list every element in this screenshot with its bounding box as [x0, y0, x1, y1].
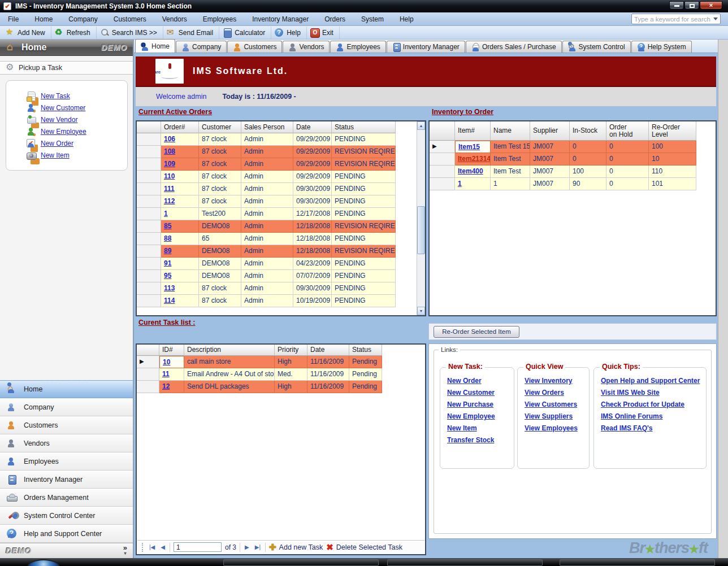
order-row[interactable]: ▶ 91 DEMO08 Admin 04/23/2009 PENDING	[137, 258, 396, 270]
orders-scrollbar[interactable]: ▲ ▼	[417, 121, 425, 315]
previous-page-button[interactable]	[159, 544, 166, 550]
menu-item[interactable]: Help	[392, 13, 422, 25]
order-number-link[interactable]: 113	[164, 284, 175, 292]
inventory-section-heading[interactable]: Inventory to Order	[432, 108, 493, 116]
sidebar-nav-item[interactable]: Company	[0, 398, 133, 416]
next-page-button[interactable]	[244, 544, 250, 550]
quick-link[interactable]: New Order	[447, 377, 514, 389]
task-id-link[interactable]: 11	[162, 370, 170, 378]
sidebar-nav-item[interactable]: System Control Center	[0, 507, 133, 525]
chevron-down-icon[interactable]	[713, 18, 718, 20]
item-number-link[interactable]: Item213141	[458, 155, 491, 163]
item-number-link[interactable]: 1	[458, 180, 462, 188]
inventory-row[interactable]: ▶ Item400 Item Test JM007 100 0 110	[430, 166, 696, 178]
order-number-link[interactable]: 1	[164, 210, 168, 217]
minimize-button[interactable]	[669, 1, 684, 10]
taskbar-button[interactable]	[387, 559, 543, 566]
order-number-link[interactable]: 89	[164, 247, 171, 255]
menu-item[interactable]: Inventory Manager	[244, 13, 317, 25]
pickup-task-link[interactable]: New Vendor	[41, 116, 77, 124]
pickup-task-link[interactable]: New Employee	[41, 128, 86, 136]
col-header[interactable]: ID#	[159, 345, 184, 356]
keyword-search-combobox[interactable]: Type a keyword for search	[631, 14, 721, 24]
order-row[interactable]: ▶ 85 DEMO08 Admin 12/18/2008 REVISION RE…	[137, 220, 396, 233]
scroll-up-icon[interactable]: ▲	[417, 121, 425, 130]
tab[interactable]: Vendors	[283, 41, 330, 53]
quick-link[interactable]: View Suppliers	[525, 412, 589, 424]
last-page-button[interactable]	[254, 544, 262, 550]
toolbar-button[interactable]: Search IMS >>	[97, 27, 163, 39]
toolbar-button[interactable]: Refresh	[51, 27, 97, 39]
task-row[interactable]: ▶ 12 Send DHL packages High 11/16/2009 P…	[137, 381, 382, 393]
menu-item[interactable]: Customers	[106, 13, 154, 25]
col-header[interactable]: Supplier	[530, 121, 570, 141]
quick-link[interactable]: Check Product for Update	[601, 400, 706, 412]
order-row[interactable]: ▶ 89 DEMO08 Admin 12/18/2008 REVISION RE…	[137, 245, 396, 258]
col-header[interactable]: Customer	[199, 121, 241, 133]
quick-link[interactable]: Transfer Stock	[447, 436, 514, 448]
tab[interactable]: Employees	[330, 41, 385, 53]
task-id-link[interactable]: 12	[162, 382, 170, 390]
maximize-button[interactable]	[684, 1, 699, 10]
order-number-link[interactable]: 106	[164, 135, 175, 143]
order-row[interactable]: ▶ 113 87 clock Admin 09/30/2009 PENDING	[137, 282, 396, 295]
sidebar-nav-item[interactable]: Help and Support Center	[0, 525, 133, 543]
order-row[interactable]: ▶ 108 87 clock Admin 09/29/2009 REVISION…	[137, 146, 396, 158]
order-number-link[interactable]: 95	[164, 272, 171, 280]
order-number-link[interactable]: 85	[164, 222, 171, 230]
reorder-selected-item-button[interactable]: Re-Order Selected Item	[434, 326, 519, 338]
menu-item[interactable]: System	[353, 13, 392, 25]
order-number-link[interactable]: 91	[164, 259, 171, 267]
pickup-task-link[interactable]: New Item	[41, 151, 70, 159]
order-row[interactable]: ▶ 1 Test200 Admin 12/17/2008 PENDING	[137, 208, 396, 220]
order-row[interactable]: ▶ 88 65 Admin 12/18/2008 PENDING	[137, 233, 396, 245]
tab[interactable]: Home	[135, 39, 175, 53]
tab[interactable]: Inventory Manager	[387, 41, 465, 53]
quick-link[interactable]: View Inventory	[525, 377, 589, 389]
quick-link[interactable]: Open Help and Support Center	[601, 377, 706, 389]
col-header[interactable]: Priority	[275, 345, 307, 356]
inventory-row[interactable]: ▶ Item213141 Item Test JM007 0 0 10	[430, 153, 696, 166]
quick-link[interactable]: New Customer	[447, 389, 514, 400]
page-number-input[interactable]	[174, 542, 222, 552]
task-row[interactable]: ▶ 10 call main store High 11/16/2009 Pen…	[137, 356, 382, 368]
quick-link[interactable]: Visit IMS Web Site	[601, 389, 706, 400]
first-page-button[interactable]	[148, 544, 156, 550]
col-header[interactable]: In-Stock	[570, 121, 606, 141]
toolbar-button[interactable]: Help	[271, 27, 307, 39]
taskbar-button[interactable]	[223, 559, 379, 566]
order-row[interactable]: ▶ 110 87 clock Admin 09/29/2009 PENDING	[137, 171, 396, 183]
scrollbar-thumb[interactable]	[417, 206, 425, 254]
toolbar-button[interactable]: Calculator	[219, 27, 271, 39]
inventory-row[interactable]: ▶ 1 1 JM007 90 0 101	[430, 178, 696, 190]
taskbar-button[interactable]	[560, 559, 715, 566]
inventory-row[interactable]: ▶ Item15 Item Test 15 JM007 0 0 100	[430, 141, 696, 153]
task-id-link[interactable]: 10	[163, 358, 170, 366]
tasks-section-heading[interactable]: Curent Task list :	[138, 319, 195, 326]
col-header[interactable]: Item#	[455, 121, 491, 141]
close-button[interactable]: ×	[700, 1, 722, 10]
order-row[interactable]: ▶ 95 DEMO08 Admin 07/07/2009 PENDING	[137, 270, 396, 282]
quick-link[interactable]: View Customers	[525, 400, 589, 412]
item-number-link[interactable]: Item15	[458, 143, 480, 151]
toolbar-button[interactable]: Exit	[307, 27, 340, 39]
sidebar-nav-item[interactable]: Employees	[0, 452, 133, 471]
col-header[interactable]: Re-Order Level	[649, 121, 696, 141]
order-number-link[interactable]: 109	[164, 160, 175, 168]
order-number-link[interactable]: 110	[164, 172, 175, 180]
order-row[interactable]: ▶ 111 87 clock Admin 09/30/2009 PENDING	[137, 183, 396, 195]
expand-chevron[interactable]: »▾	[123, 545, 127, 556]
toolbar-button[interactable]: Send Email	[163, 27, 219, 39]
pickup-task-link[interactable]: New Order	[41, 140, 73, 147]
order-number-link[interactable]: 111	[164, 185, 175, 193]
col-header[interactable]: Order#	[161, 121, 199, 133]
quick-link[interactable]: New Employee	[447, 412, 514, 424]
start-orb-icon[interactable]	[27, 559, 60, 566]
col-header[interactable]: Status	[349, 345, 382, 356]
order-number-link[interactable]: 112	[164, 197, 175, 205]
tab[interactable]: System Control	[562, 41, 631, 53]
pickup-task-link[interactable]: New Customer	[41, 104, 85, 112]
tab[interactable]: Help System	[631, 41, 692, 53]
pickup-task-link[interactable]: New Task	[41, 92, 70, 100]
item-number-link[interactable]: Item400	[458, 167, 483, 175]
